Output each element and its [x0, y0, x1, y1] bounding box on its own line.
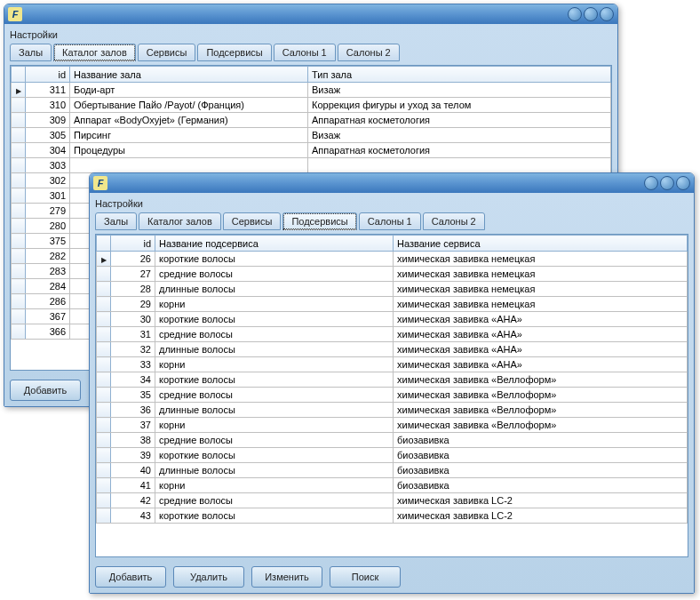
cell-type[interactable]: Аппаратная косметология — [308, 113, 611, 128]
cell-name[interactable]: короткие волосы — [155, 508, 394, 524]
table-row[interactable]: 304ПроцедурыАппаратная косметология — [12, 143, 611, 158]
row-selector[interactable] — [97, 267, 111, 282]
minimize-icon[interactable] — [644, 176, 658, 190]
row-selector[interactable] — [12, 324, 26, 340]
cell-id[interactable]: 32 — [111, 342, 155, 357]
add-button[interactable]: Добавить — [10, 380, 81, 401]
table-row[interactable]: 27средние волосыхимическая завивка немец… — [97, 267, 688, 282]
table-row[interactable]: 303 — [12, 158, 611, 173]
tab-zaly[interactable]: Залы — [10, 44, 52, 61]
cell-service[interactable]: химическая завивка «Веллоформ» — [394, 388, 688, 403]
cell-id[interactable]: 29 — [111, 297, 155, 312]
cell-id[interactable]: 42 — [111, 493, 155, 508]
row-selector[interactable] — [12, 173, 26, 188]
cell-name[interactable]: средние волосы — [155, 327, 394, 342]
cell-service[interactable]: химическая завивка немецкая — [394, 282, 688, 297]
cell-id[interactable]: 27 — [111, 267, 155, 282]
cell-type[interactable] — [308, 158, 611, 173]
cell-id[interactable]: 38 — [111, 433, 155, 448]
tab-podservisy[interactable]: Подсервисы — [282, 212, 356, 230]
col-service[interactable]: Название сервиса — [394, 236, 688, 252]
cell-name[interactable]: средние волосы — [155, 433, 394, 448]
table-row[interactable]: 40длинные волосыбиозавивка — [97, 463, 688, 478]
cell-name[interactable]: длинные волосы — [155, 463, 394, 478]
cell-id[interactable]: 40 — [111, 463, 155, 478]
cell-name[interactable]: Аппарат «BodyOxyjet» (Германия) — [70, 113, 308, 128]
cell-name[interactable]: корни — [155, 297, 394, 312]
row-selector[interactable] — [97, 448, 111, 463]
col-type[interactable]: Тип зала — [308, 67, 611, 83]
row-selector[interactable] — [12, 234, 26, 249]
row-selector[interactable] — [12, 128, 26, 143]
cell-name[interactable]: короткие волосы — [155, 252, 394, 267]
cell-type[interactable]: Визаж — [308, 128, 611, 143]
row-selector[interactable] — [12, 279, 26, 294]
table-row[interactable]: 309Аппарат «BodyOxyjet» (Германия)Аппара… — [12, 113, 611, 128]
cell-id[interactable]: 37 — [111, 418, 155, 433]
row-selector[interactable] — [12, 294, 26, 309]
cell-name[interactable]: Пирсинг — [70, 128, 308, 143]
cell-id[interactable]: 41 — [111, 478, 155, 493]
row-selector[interactable] — [97, 312, 111, 327]
row-selector[interactable] — [97, 297, 111, 312]
table-row[interactable]: 29корнихимическая завивка немецкая — [97, 297, 688, 312]
table-row[interactable]: 310Обертывание Пайо /Payot/ (Франция)Кор… — [12, 98, 611, 113]
cell-service[interactable]: биозавивка — [394, 478, 688, 493]
row-selector[interactable] — [97, 357, 111, 372]
cell-service[interactable]: химическая завивка «АНА» — [394, 327, 688, 342]
cell-id[interactable]: 33 — [111, 357, 155, 372]
cell-service[interactable]: биозавивка — [394, 448, 688, 463]
tab-salony2[interactable]: Салоны 2 — [423, 212, 485, 230]
cell-service[interactable]: химическая завивка немецкая — [394, 252, 688, 267]
row-selector[interactable] — [97, 403, 111, 418]
cell-id[interactable]: 43 — [111, 508, 155, 524]
cell-service[interactable]: химическая завивка LC-2 — [394, 493, 688, 508]
row-selector[interactable] — [12, 204, 26, 219]
tab-servisy[interactable]: Сервисы — [223, 212, 282, 230]
row-selector[interactable] — [97, 463, 111, 478]
row-selector[interactable] — [97, 418, 111, 433]
cell-name[interactable]: средние волосы — [155, 267, 394, 282]
tab-salony1[interactable]: Салоны 1 — [274, 44, 336, 61]
cell-id[interactable]: 30 — [111, 312, 155, 327]
cell-name[interactable]: Процедуры — [70, 143, 308, 158]
row-selector[interactable] — [12, 158, 26, 173]
table-row[interactable]: 35средние волосыхимическая завивка «Велл… — [97, 388, 688, 403]
cell-id[interactable]: 310 — [26, 98, 70, 113]
cell-service[interactable]: химическая завивка немецкая — [394, 297, 688, 312]
cell-id[interactable]: 366 — [26, 324, 70, 340]
col-id[interactable]: id — [26, 67, 70, 83]
table-row[interactable]: 32длинные волосыхимическая завивка «АНА» — [97, 342, 688, 357]
cell-service[interactable]: химическая завивка немецкая — [394, 267, 688, 282]
table-row[interactable]: 31средние волосыхимическая завивка «АНА» — [97, 327, 688, 342]
col-name[interactable]: Название подсервиса — [155, 236, 394, 252]
tab-servisy[interactable]: Сервисы — [138, 44, 196, 61]
titlebar[interactable]: F — [4, 4, 617, 24]
table-row[interactable]: 28длинные волосыхимическая завивка немец… — [97, 282, 688, 297]
cell-id[interactable]: 28 — [111, 282, 155, 297]
row-selector[interactable] — [12, 188, 26, 204]
cell-id[interactable]: 286 — [26, 294, 70, 309]
row-selector[interactable] — [12, 143, 26, 158]
titlebar[interactable]: F — [90, 173, 694, 193]
table-row[interactable]: 36длинные волосыхимическая завивка «Велл… — [97, 403, 688, 418]
cell-name[interactable]: короткие волосы — [155, 312, 394, 327]
cell-id[interactable]: 36 — [111, 403, 155, 418]
table-row[interactable]: 311Боди-артВизаж — [12, 83, 611, 98]
tab-salony2[interactable]: Салоны 2 — [338, 44, 400, 61]
cell-name[interactable]: длинные волосы — [155, 403, 394, 418]
table-row[interactable]: 26короткие волосыхимическая завивка неме… — [97, 252, 688, 267]
table-row[interactable]: 30короткие волосыхимическая завивка «АНА… — [97, 312, 688, 327]
row-selector[interactable] — [97, 478, 111, 493]
cell-id[interactable]: 304 — [26, 143, 70, 158]
row-selector[interactable] — [12, 309, 26, 324]
row-selector[interactable] — [97, 493, 111, 508]
cell-id[interactable]: 26 — [111, 252, 155, 267]
data-grid-podservisy[interactable]: id Название подсервиса Название сервиса … — [96, 235, 688, 524]
cell-id[interactable]: 301 — [26, 188, 70, 204]
close-icon[interactable] — [600, 7, 614, 21]
cell-id[interactable]: 305 — [26, 128, 70, 143]
cell-service[interactable]: химическая завивка «Веллоформ» — [394, 372, 688, 388]
cell-name[interactable]: средние волосы — [155, 493, 394, 508]
cell-id[interactable]: 375 — [26, 234, 70, 249]
